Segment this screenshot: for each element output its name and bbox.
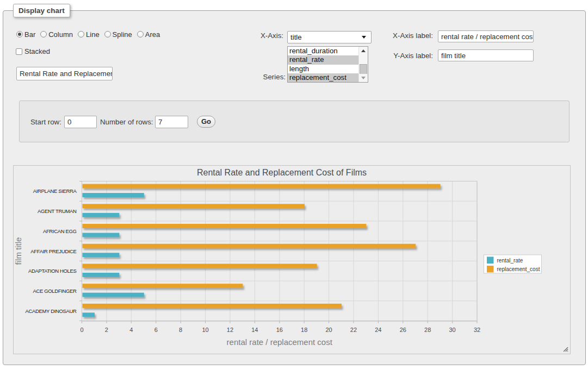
chart-type-radio-column[interactable] (40, 31, 47, 37)
bar-replacement_cost (83, 304, 342, 308)
category-label: AIRPLANE SIERRA (33, 188, 77, 194)
chart-title-input[interactable] (16, 67, 113, 80)
x-axis-label-field-label: X-Axis label: (375, 32, 433, 40)
scrollbar-up-button[interactable] (359, 47, 368, 55)
start-row-input[interactable] (64, 116, 97, 128)
x-tick-label: 24 (375, 327, 381, 333)
go-button[interactable]: Go (197, 116, 215, 128)
series-option-rental_duration[interactable]: rental_duration (288, 47, 358, 55)
x-tick-label: 12 (227, 327, 233, 333)
axis-ticks (79, 181, 477, 324)
bar-replacement_cost (83, 224, 367, 228)
chart-type-radio-spline[interactable] (104, 31, 111, 37)
series-option-length[interactable]: length (288, 65, 358, 73)
bar-rental_rate (83, 273, 120, 277)
category-label: AFRICAN EGG (43, 228, 77, 234)
chart-type-radio-label: Area (145, 30, 160, 39)
legend-label-rental_rate: rental_rate (497, 258, 523, 264)
x-axis-select[interactable]: title (287, 31, 372, 43)
x-axis-selected-value: title (290, 33, 302, 41)
x-tick-label: 26 (400, 327, 406, 333)
stacked-checkbox[interactable] (16, 48, 22, 55)
chart-type-radio-bar[interactable] (16, 31, 23, 37)
grip-line (567, 351, 568, 352)
chart-type-radio-label: Line (86, 30, 100, 39)
select-dropdown-arrow-icon (362, 36, 366, 39)
x-tick-label: 8 (179, 327, 182, 333)
chart-resize-handle[interactable] (563, 347, 568, 352)
y-axis-label-input[interactable] (438, 49, 534, 61)
scrollbar-down-button[interactable] (359, 74, 368, 82)
category-label: ACADEMY DINOSAUR (26, 308, 77, 314)
scroll-down-arrow-icon (361, 77, 366, 79)
bar-rental_rate (83, 253, 120, 257)
number-of-rows-input[interactable] (155, 116, 188, 128)
chart-type-radio-label: Bar (24, 30, 35, 39)
y-axis-title: film title (14, 237, 23, 265)
x-tick-label: 2 (105, 327, 108, 333)
listbox-scrollbar[interactable] (358, 47, 368, 82)
category-label: AGENT TRUMAN (38, 208, 77, 214)
chart-title: Rental Rate and Replacement Cost of Film… (197, 168, 367, 177)
stacked-option: Stacked (16, 48, 50, 55)
chart-type-option-bar: Bar (16, 30, 35, 39)
bar-replacement_cost (83, 204, 305, 208)
category-label: ACE GOLDFINGER (33, 288, 77, 294)
chart-type-radio-label: Spline (113, 30, 132, 39)
bar-rental_rate (83, 213, 120, 217)
bar-replacement_cost (83, 264, 317, 268)
row-range-toolbar: Start row: Number of rows: Go (19, 101, 570, 142)
category-label: AFFAIR PREJUDICE (30, 248, 76, 254)
bar-rental_rate (83, 312, 95, 317)
series-option-rental_rate[interactable]: rental_rate (288, 55, 358, 64)
x-axis-title: rental rate / replacement cost (227, 337, 333, 347)
x-axis-label-input[interactable] (438, 30, 534, 42)
series-option-replacement_cost[interactable]: replacement_cost (288, 73, 358, 82)
chart-type-radio-line[interactable] (78, 31, 84, 37)
x-tick-label: 20 (325, 327, 332, 333)
chart-type-option-line: Line (78, 30, 100, 39)
bar-rental_rate (83, 193, 144, 197)
legend-swatch-replacement_cost (487, 266, 494, 273)
scrollbar-thumb[interactable] (360, 64, 367, 75)
plot-grid (82, 181, 478, 321)
x-tick-label: 30 (449, 327, 455, 333)
resize-grip-icon (563, 347, 568, 352)
x-tick-label: 32 (474, 327, 480, 333)
x-tick-label: 6 (154, 327, 158, 333)
x-tick-label: 4 (129, 327, 133, 333)
legend-label-replacement_cost: replacement_cost (497, 266, 540, 272)
bar-replacement_cost (83, 184, 441, 189)
bar-rental_rate (83, 233, 120, 237)
x-tick-label: 28 (424, 327, 431, 333)
bar-rental_rate (83, 293, 144, 297)
series-listbox-label: Series: (228, 73, 286, 81)
page: { "fieldset": { "legend": "Display chart… (0, 0, 588, 370)
x-tick-label: 14 (251, 327, 258, 333)
chart-legend: rental_ratereplacement_cost (484, 255, 542, 273)
bar-replacement_cost (83, 284, 243, 288)
x-tick-label: 18 (301, 327, 307, 333)
legend-swatch-rental_rate (487, 257, 494, 264)
stacked-label: Stacked (24, 47, 50, 55)
x-axis-select-label: X-Axis: (228, 32, 283, 40)
fieldset-legend: Display chart (13, 4, 70, 17)
scroll-up-arrow-icon (361, 49, 366, 52)
chart-type-option-column: Column (40, 30, 73, 39)
start-row-label: Start row: (30, 118, 61, 126)
chart-type-radio-group: BarColumnLineSplineArea (16, 30, 165, 38)
bar-replacement_cost (83, 244, 416, 248)
bar-chart: AIRPLANE SIERRAAGENT TRUMANAFRICAN EGGAF… (14, 166, 570, 354)
chart-type-radio-area[interactable] (137, 31, 144, 37)
number-of-rows-label: Number of rows: (100, 118, 153, 126)
y-axis-label-field-label: Y-Axis label: (375, 52, 433, 60)
chart-type-option-area: Area (137, 30, 160, 39)
x-tick-label: 0 (80, 327, 83, 333)
chart-container: AIRPLANE SIERRAAGENT TRUMANAFRICAN EGGAF… (13, 165, 571, 354)
category-label: ADAPTATION HOLES (28, 268, 77, 274)
x-tick-label: 10 (202, 327, 208, 333)
chart-type-option-spline: Spline (104, 30, 132, 39)
x-tick-label: 22 (350, 327, 357, 333)
chart-type-radio-label: Column (48, 30, 73, 39)
series-listbox[interactable]: rental_durationrental_ratelengthreplacem… (287, 46, 368, 83)
